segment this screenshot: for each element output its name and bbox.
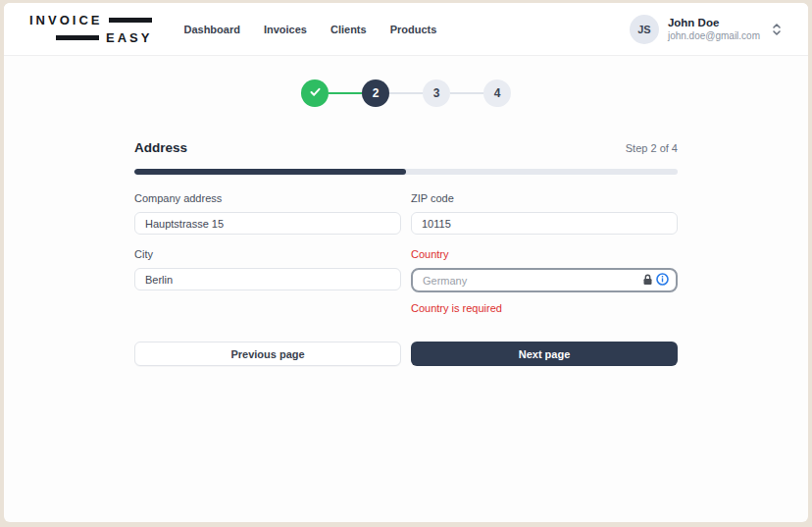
address-form-section: Address Step 2 of 4 Company address ZIP …: [134, 140, 678, 366]
nav-item-dashboard[interactable]: Dashboard: [183, 24, 239, 35]
country-error-message: Country is required: [411, 302, 678, 314]
step-indicator: Step 2 of 4: [626, 142, 678, 154]
country-label: Country: [411, 248, 678, 260]
nav-item-products[interactable]: Products: [390, 24, 437, 35]
progress-bar: [134, 169, 678, 175]
progress-fill: [134, 169, 406, 175]
main-nav: Dashboard Invoices Clients Products: [183, 24, 436, 35]
next-page-button[interactable]: Next page: [411, 342, 678, 366]
brand-word-invoice: INVOICE: [29, 13, 102, 27]
city-input[interactable]: [134, 268, 401, 290]
step-connector-1: [329, 92, 362, 94]
zip-code-label: ZIP code: [411, 192, 678, 204]
up-down-chevron-icon: [771, 23, 783, 36]
city-field-group: City: [134, 248, 401, 314]
form-grid: Company address ZIP code City Country: [134, 192, 678, 314]
logo-line-1: INVOICE: [29, 13, 152, 27]
logo-bar-bottom: [56, 35, 99, 40]
wizard-stepper: 2 3 4: [4, 79, 808, 107]
zip-code-field-group: ZIP code: [411, 192, 678, 235]
brand-word-easy: EASY: [106, 30, 152, 45]
brand-logo[interactable]: INVOICE EASY: [29, 13, 152, 45]
check-icon: [309, 85, 322, 101]
country-field-icons: [642, 272, 669, 290]
logo-line-2: EASY: [56, 30, 152, 45]
country-input[interactable]: [411, 268, 678, 292]
user-name: John Doe: [668, 17, 760, 28]
nav-item-clients[interactable]: Clients: [330, 24, 367, 35]
company-address-field-group: Company address: [134, 192, 401, 235]
city-label: City: [134, 248, 401, 260]
step-connector-3: [450, 92, 483, 94]
step-connector-2: [389, 92, 423, 94]
user-email: john.doe@gmail.com: [668, 30, 760, 41]
header: INVOICE EASY Dashboard Invoices Clients …: [4, 3, 808, 56]
lock-icon: [642, 272, 653, 290]
page-title: Address: [134, 140, 187, 155]
step-1-complete[interactable]: [301, 79, 329, 107]
step-4-upcoming[interactable]: 4: [483, 79, 511, 107]
form-buttons: Previous page Next page: [134, 342, 678, 366]
country-input-wrap: [411, 268, 678, 292]
step-2-current[interactable]: 2: [362, 79, 389, 107]
zip-code-input[interactable]: [411, 212, 678, 235]
company-address-label: Company address: [134, 192, 401, 204]
avatar: JS: [630, 15, 659, 44]
step-3-upcoming[interactable]: 3: [423, 79, 450, 107]
user-meta: John Doe john.doe@gmail.com: [668, 17, 760, 41]
user-menu[interactable]: JS John Doe john.doe@gmail.com: [630, 15, 783, 44]
previous-page-button[interactable]: Previous page: [134, 342, 401, 366]
logo-bar-top: [109, 18, 152, 23]
info-icon[interactable]: [656, 272, 669, 290]
section-head: Address Step 2 of 4: [134, 140, 678, 155]
country-field-group: Country: [411, 248, 678, 314]
nav-item-invoices[interactable]: Invoices: [264, 24, 307, 35]
app-window: INVOICE EASY Dashboard Invoices Clients …: [4, 3, 808, 522]
company-address-input[interactable]: [134, 212, 401, 235]
